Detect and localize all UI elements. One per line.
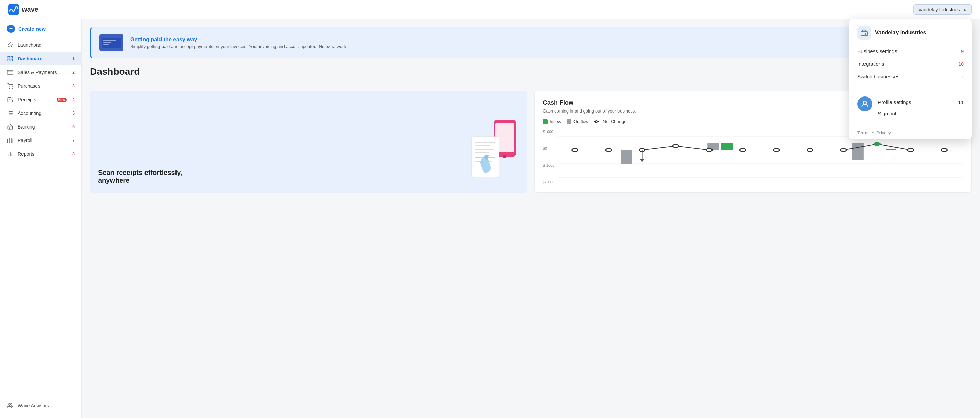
- reports-badge: 8: [72, 152, 75, 156]
- svg-point-8: [12, 88, 13, 89]
- y-label-1000: $1000: [543, 129, 558, 134]
- svg-point-51: [706, 148, 712, 152]
- banking-badge: 6: [72, 124, 75, 129]
- banner-text: Getting paid the easy way Simplify getti…: [130, 37, 347, 49]
- dashboard-badge: 1: [72, 56, 75, 61]
- company-selector-button[interactable]: Vandelay Industries ▲: [913, 5, 972, 15]
- svg-rect-5: [8, 70, 13, 74]
- banking-icon: [7, 123, 14, 130]
- y-axis-labels: $1000 $0 $-1000 $-2000: [543, 129, 558, 184]
- page-title: Dashboard: [90, 66, 140, 77]
- footer-separator: •: [872, 130, 874, 136]
- company-building-icon: [858, 26, 871, 40]
- receipt-card-title: Scan receipts effortlessly,: [98, 169, 182, 177]
- main-layout: + Create new Launchpad Dashboard 1 Sales…: [0, 19, 980, 418]
- dropdown-company-section: Vandelay Industries Business settings 9 …: [849, 19, 972, 90]
- chevron-up-icon: ▲: [963, 7, 967, 12]
- dropdown-company-name: Vandelay Industries: [875, 30, 926, 36]
- integrations-label: Integrations: [858, 61, 884, 67]
- y-label-0: $0: [543, 146, 558, 150]
- legend-outflow: Outflow: [567, 119, 589, 124]
- dashboard-grid: Scan receipts effortlessly, anywhere: [90, 91, 972, 193]
- svg-rect-18: [8, 139, 13, 143]
- sidebar-item-payroll[interactable]: Payroll 7: [0, 134, 81, 147]
- sidebar-item-receipts[interactable]: Receipts New 4: [0, 93, 81, 106]
- profile-settings-item[interactable]: Profile settings 11: [878, 96, 964, 108]
- rocket-icon: [7, 41, 14, 48]
- payroll-icon: [7, 137, 14, 144]
- svg-point-57: [908, 148, 913, 152]
- wave-advisors-label: Wave Advisors: [18, 403, 75, 408]
- sidebar-item-launchpad[interactable]: Launchpad: [0, 38, 81, 52]
- profile-avatar: [858, 96, 872, 112]
- sidebar: + Create new Launchpad Dashboard 1 Sales…: [0, 19, 82, 418]
- reports-label: Reports: [18, 152, 67, 157]
- legend-inflow: Inflow: [543, 119, 561, 124]
- net-change-line-icon: [594, 121, 599, 122]
- sidebar-item-wave-advisors[interactable]: Wave Advisors: [0, 399, 81, 413]
- inflow-label: Inflow: [550, 119, 561, 124]
- banking-label: Banking: [18, 124, 67, 129]
- dashboard-label: Dashboard: [18, 56, 67, 61]
- svg-point-47: [572, 148, 578, 152]
- launchpad-label: Launchpad: [18, 42, 75, 48]
- promo-banner: Getting paid the easy way Simplify getti…: [90, 27, 972, 58]
- business-settings-label: Business settings: [858, 48, 897, 54]
- receipts-icon: [7, 96, 14, 103]
- purchases-label: Purchases: [18, 83, 67, 89]
- sidebar-item-accounting[interactable]: Accounting 5: [0, 106, 81, 120]
- svg-rect-32: [475, 142, 495, 143]
- sidebar-item-reports[interactable]: Reports 8: [0, 147, 81, 161]
- svg-marker-60: [639, 158, 645, 162]
- sidebar-item-dashboard[interactable]: Dashboard 1: [0, 52, 81, 65]
- svg-rect-35: [475, 152, 488, 153]
- accounting-label: Accounting: [18, 110, 67, 116]
- company-dropdown: Vandelay Industries Business settings 9 …: [849, 19, 972, 139]
- dropdown-footer: Terms • Privacy: [849, 126, 972, 139]
- svg-rect-2: [11, 56, 13, 58]
- svg-point-55: [841, 148, 846, 152]
- business-settings-item[interactable]: Business settings 9: [858, 45, 964, 57]
- header: wave Vandelay Industries ▲: [0, 0, 980, 19]
- net-change-label: Net Change: [603, 119, 626, 124]
- accounting-badge: 5: [72, 111, 75, 116]
- sales-icon: [7, 69, 14, 76]
- outflow-dot: [567, 119, 571, 124]
- sign-out-label: Sign out: [878, 110, 897, 116]
- svg-rect-45: [852, 143, 864, 160]
- advisors-icon: [7, 402, 14, 409]
- banner-description: Simplify getting paid and accept payment…: [130, 44, 347, 49]
- sidebar-item-purchases[interactable]: Purchases 3: [0, 79, 81, 93]
- sidebar-item-sales-payments[interactable]: Sales & Payments 2: [0, 65, 81, 79]
- svg-point-64: [864, 101, 867, 104]
- privacy-link[interactable]: Privacy: [877, 130, 891, 136]
- purchases-badge: 3: [72, 83, 75, 88]
- integrations-badge: 10: [958, 61, 964, 67]
- sidebar-item-banking[interactable]: Banking 6: [0, 120, 81, 134]
- svg-rect-4: [11, 59, 13, 61]
- net-change-dot-icon: [595, 120, 598, 123]
- banner-illustration: [100, 34, 123, 51]
- receipt-illustration: [465, 116, 519, 185]
- terms-link[interactable]: Terms: [858, 130, 869, 136]
- y-label-neg-1000: $-1000: [543, 163, 558, 168]
- switch-businesses-item[interactable]: Switch businesses ›: [858, 70, 964, 83]
- svg-rect-46: [886, 149, 896, 150]
- svg-point-7: [9, 88, 10, 89]
- accounting-icon: [7, 110, 14, 116]
- sidebar-bottom: Wave Advisors: [0, 393, 81, 418]
- profile-settings-label: Profile settings: [878, 99, 911, 105]
- svg-rect-33: [475, 145, 490, 146]
- integrations-item[interactable]: Integrations 10: [858, 57, 964, 70]
- logo-text: wave: [22, 5, 38, 13]
- business-settings-badge: 9: [961, 49, 964, 54]
- reports-icon: [7, 151, 14, 158]
- logo: wave: [8, 4, 38, 15]
- svg-rect-26: [103, 44, 109, 45]
- dropdown-profile-section: Profile settings 11 Sign out: [849, 90, 972, 126]
- payroll-badge: 7: [72, 138, 75, 143]
- create-new-button[interactable]: + Create new: [0, 19, 81, 38]
- y-label-neg-2000: $-2000: [543, 180, 558, 184]
- sign-out-item[interactable]: Sign out: [878, 108, 964, 119]
- payroll-label: Payroll: [18, 138, 67, 143]
